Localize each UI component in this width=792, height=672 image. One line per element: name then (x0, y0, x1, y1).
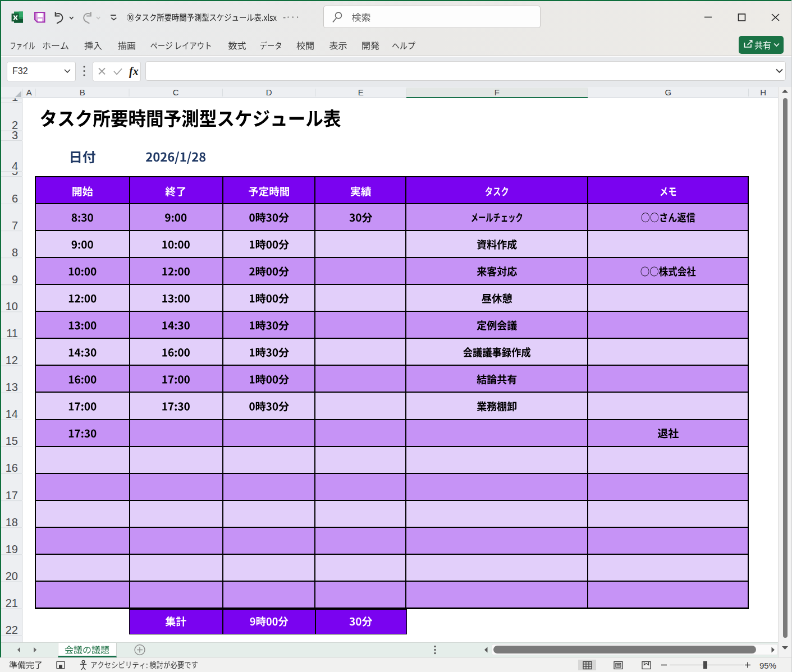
svg-text:fx: fx (129, 65, 139, 78)
